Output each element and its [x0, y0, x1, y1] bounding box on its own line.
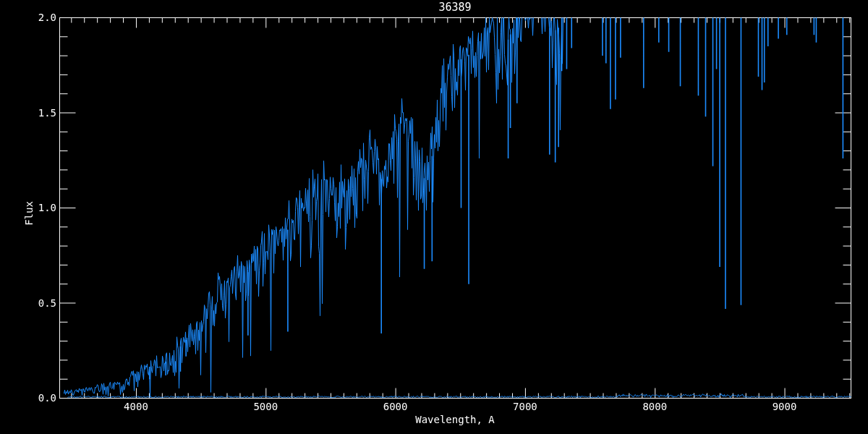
chart-title: 36389: [59, 1, 851, 13]
y-tick-label: 1.5: [25, 107, 56, 119]
x-tick-label: 9000: [756, 401, 814, 412]
x-tick-label: 7000: [496, 401, 554, 412]
x-tick-label: 6000: [367, 401, 425, 412]
y-axis-label: Flux: [23, 174, 35, 253]
y-tick-label: 0.0: [25, 392, 56, 404]
x-tick-label: 5000: [237, 401, 294, 412]
x-tick-label: 8000: [626, 401, 684, 412]
x-axis-label: Wavelength, A: [59, 414, 851, 425]
y-tick-label: 0.5: [25, 297, 56, 309]
y-tick-label: 1.0: [25, 202, 56, 213]
y-tick-label: 2.0: [25, 12, 56, 23]
spectrum-plot-canvas: [0, 0, 868, 434]
x-tick-label: 4000: [107, 401, 165, 412]
spectrum-plot-window: 36389 Flux Wavelength, A 400050006000700…: [0, 0, 868, 434]
